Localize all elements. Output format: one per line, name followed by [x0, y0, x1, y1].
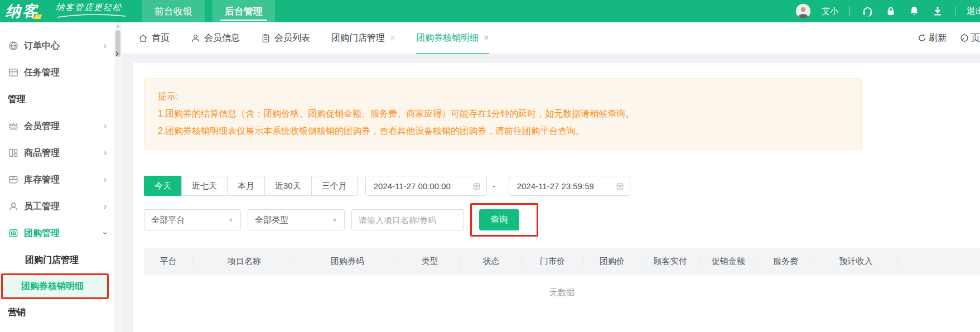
keyword-input[interactable] [351, 209, 464, 230]
date-filter-row: 今天 近七天 本月 近30天 三个月 2024-11-27 00:00:00 -… [144, 176, 980, 196]
backoffice-tab[interactable]: 后台管理 [213, 0, 275, 22]
download-icon[interactable] [931, 5, 944, 17]
inventory-icon [8, 174, 19, 185]
list-icon [261, 33, 271, 43]
column-header: 促销金额 [699, 255, 757, 268]
annotation-box-sidebar: 团购券核销明细 [1, 273, 109, 299]
front-cashier-tab[interactable]: 前台收银 [142, 0, 205, 22]
column-header: 团购券码 [296, 255, 399, 268]
empty-state: 无数据 [144, 275, 980, 311]
goods-icon [8, 147, 19, 158]
column-header: 类型 [399, 255, 461, 268]
globe-icon [8, 40, 19, 51]
chevron-right-icon: › [104, 41, 107, 51]
search-button[interactable]: 查询 [479, 209, 519, 230]
brand-slogan: 纳客管店更轻松 [56, 2, 127, 18]
close-icon[interactable]: × [484, 33, 489, 43]
sidebar-item-staff-mgmt[interactable]: 员工管理 › [0, 193, 114, 220]
user-avatar[interactable] [796, 4, 810, 18]
topbar-divider [849, 6, 850, 16]
sidebar-item-order-center[interactable]: 订单中心 › [0, 32, 114, 59]
refresh-icon [918, 33, 926, 42]
topbar: 纳客 纳客管店更轻松 前台收银 后台管理 艾小 [0, 0, 980, 22]
sidebar-section-mgmt: 管理 [0, 86, 114, 113]
type-select[interactable]: 全部类型 ▼ [248, 209, 345, 230]
app-window: 纳客 纳客管店更轻松 前台收银 后台管理 艾小 [0, 0, 980, 332]
sidebar-collapse-chevron[interactable]: › [112, 46, 122, 60]
quick-range-group: 今天 近七天 本月 近30天 三个月 [144, 176, 358, 196]
notice-line: 2.团购券核销明细表仅展示本系统收银侧核销的团购券，查看其他设备核销的团购券，请… [158, 122, 848, 139]
search-filter-row: 全部平台 ▼ 全部类型 ▼ 查询 [144, 203, 980, 237]
scrollbar-up-arrow[interactable]: ▲ [114, 23, 122, 28]
range-today-button[interactable]: 今天 [144, 176, 182, 196]
range-last7days-button[interactable]: 近七天 [181, 176, 228, 196]
sidebar-item-member-mgmt[interactable]: 会员管理 › [0, 113, 114, 139]
chevron-down-icon: ▼ [332, 217, 337, 223]
table-header-filler [898, 255, 980, 268]
person-icon [8, 201, 19, 212]
range-3months-button[interactable]: 三个月 [311, 176, 358, 196]
column-header: 门市价 [522, 255, 583, 268]
sidebar-item-goods-mgmt[interactable]: 商品管理 › [0, 139, 114, 166]
sidebar-section-marketing: 营销 [0, 299, 114, 326]
close-icon[interactable]: × [390, 33, 395, 43]
column-header: 状态 [461, 255, 522, 268]
range-last30days-button[interactable]: 近30天 [264, 176, 312, 196]
sidebar-scrollbar: ▲ › [114, 22, 122, 332]
date-range-separator: - [493, 181, 495, 191]
tab-member-list[interactable]: 会员列表 [261, 22, 310, 54]
empty-state-text: 无数据 [549, 287, 575, 298]
tabstrip-actions: 刷新 页面 [918, 32, 980, 44]
mode-switch-nav: 前台收银 后台管理 [142, 0, 275, 22]
column-header: 预计收入 [814, 255, 898, 268]
chevron-right-icon: › [104, 121, 107, 131]
sidebar-item-inventory-mgmt[interactable]: 库存管理 › [0, 166, 114, 193]
tab-home[interactable]: 首页 [138, 22, 170, 54]
calendar-icon [616, 182, 624, 190]
notice-title: 提示: [158, 88, 848, 105]
chevron-right-icon: › [104, 148, 107, 158]
topbar-divider [955, 6, 955, 16]
clock-icon [960, 33, 969, 42]
sidebar-subitem-groupbuy-store-mgmt[interactable]: 团购门店管理 [0, 247, 114, 273]
topbar-right-cluster: 艾小 退出 [796, 0, 980, 22]
column-header: 顾客实付 [641, 255, 699, 268]
platform-select[interactable]: 全部平台 ▼ [144, 209, 241, 230]
range-thismonth-button[interactable]: 本月 [227, 176, 265, 196]
tab-member-info[interactable]: 会员信息 [191, 22, 240, 54]
end-datetime-input[interactable]: 2024-11-27 23:59:59 [509, 176, 630, 196]
calendar-icon [472, 182, 481, 190]
groupbuy-icon [8, 228, 19, 239]
slogan-underline-stroke [56, 13, 127, 18]
annotation-box-search: 查询 [470, 203, 538, 237]
headset-icon[interactable] [861, 5, 873, 17]
window-icon [8, 67, 19, 78]
column-header: 平台 [144, 255, 193, 268]
column-header: 服务费 [757, 255, 814, 268]
start-datetime-input[interactable]: 2024-11-27 00:00:00 [365, 176, 487, 196]
main-area: 首页 会员信息 会员列表 团购门店管理 × 团购券核销明细 × 刷新 [122, 22, 980, 332]
notice-line: 1.团购券的结算信息（含：团购价格、团购促销金额、服务费、商家应得）可能存在1分… [158, 105, 848, 122]
notice-box: 提示: 1.团购券的结算信息（含：团购价格、团购促销金额、服务费、商家应得）可能… [144, 78, 862, 150]
sidebar-item-groupbuy-mgmt[interactable]: 团购管理 › [0, 220, 114, 247]
chevron-right-icon: › [104, 201, 107, 211]
user-name[interactable]: 艾小 [822, 6, 838, 17]
tab-voucher-verify-detail[interactable]: 团购券核销明细 × [416, 22, 489, 54]
tab-groupbuy-store-mgmt[interactable]: 团购门店管理 × [331, 22, 395, 54]
content-card: 提示: 1.团购券的结算信息（含：团购价格、团购促销金额、服务费、商家应得）可能… [133, 63, 980, 332]
lock-icon[interactable] [885, 5, 897, 17]
column-header: 项目名称 [193, 255, 296, 268]
refresh-button[interactable]: 刷新 [918, 32, 947, 44]
voucher-table: 平台 项目名称 团购券码 类型 状态 门市价 团购价 顾客实付 促销金额 服务费… [144, 248, 980, 311]
table-header-row: 平台 项目名称 团购券码 类型 状态 门市价 团购价 顾客实付 促销金额 服务费… [144, 248, 980, 275]
page-actions-button[interactable]: 页面 [960, 32, 980, 44]
page-tabstrip: 首页 会员信息 会员列表 团购门店管理 × 团购券核销明细 × 刷新 [122, 22, 980, 54]
column-header: 团购价 [583, 255, 641, 268]
logout-button[interactable]: 退出 [967, 6, 980, 17]
crown-icon [8, 121, 19, 132]
bell-icon[interactable] [908, 5, 920, 17]
sidebar-subitem-voucher-verify-detail[interactable]: 团购券核销明细 [3, 275, 107, 297]
sidebar-item-task-mgmt[interactable]: 任务管理 [0, 59, 114, 86]
home-icon [138, 33, 148, 43]
logo-accent-shape [33, 15, 42, 19]
